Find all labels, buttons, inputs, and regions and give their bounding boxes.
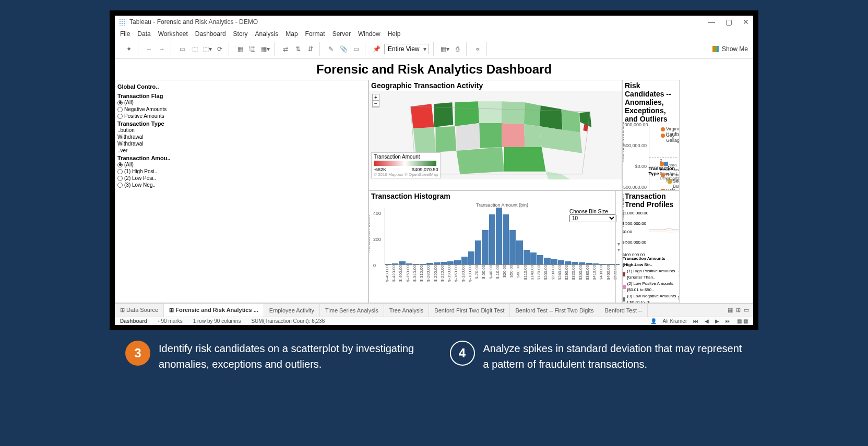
new-sheet-icon[interactable]: ▦: [728, 307, 733, 314]
menu-dashboard[interactable]: Dashboard: [195, 30, 226, 38]
histogram-bar: [544, 258, 550, 264]
histogram-bar: [537, 255, 543, 264]
title-bar: Tableau - Forensic and Risk Analytics - …: [115, 16, 753, 28]
histogram-bar: [413, 264, 419, 264]
menu-data[interactable]: Data: [137, 30, 150, 38]
presentation-icon[interactable]: ▦▾: [440, 44, 449, 54]
forward-icon[interactable]: →: [157, 44, 167, 54]
highlight-icon[interactable]: ✎: [326, 44, 336, 54]
menu-worksheet[interactable]: Worksheet: [158, 30, 188, 38]
menu-window[interactable]: Window: [358, 30, 381, 38]
duplicate-icon[interactable]: ⿻: [248, 44, 257, 54]
tab-tree[interactable]: Tree Analysis: [384, 304, 430, 317]
menu-analysis[interactable]: Analysis: [255, 30, 279, 38]
histogram-bar: [420, 264, 426, 264]
menu-server[interactable]: Server: [332, 30, 351, 38]
scatter-panel: Risk Candidates -- Anomalies, Exceptions…: [622, 80, 680, 190]
menu-story[interactable]: Story: [233, 30, 248, 38]
menu-file[interactable]: File: [120, 30, 130, 38]
close-button[interactable]: ✕: [743, 18, 749, 26]
histogram-bar: [579, 262, 585, 264]
histogram-bar: [565, 261, 571, 264]
clear-icon[interactable]: ▦▾: [260, 44, 270, 54]
histogram-bar: [385, 264, 391, 264]
tab-benford2[interactable]: Benford Test -- First Two Digits: [510, 304, 599, 317]
share-icon[interactable]: ∝: [473, 44, 482, 54]
histogram-bar: [558, 260, 564, 264]
bin-size-select[interactable]: Choose Bin Size 10: [569, 209, 616, 222]
histogram-bar: [592, 263, 599, 264]
group-icon[interactable]: 📎: [339, 44, 348, 54]
histogram-bar: [599, 264, 605, 264]
trend-body[interactable]: Transaction Amou.. Transaction A.. $1,00…: [623, 210, 679, 303]
show-me-icon: [712, 46, 719, 52]
sort-desc-icon[interactable]: ⇵: [306, 44, 315, 54]
new-story-icon[interactable]: ▭: [744, 307, 749, 314]
menu-format[interactable]: Format: [305, 30, 325, 38]
flag-all[interactable]: (All): [117, 99, 366, 106]
toolbar: ✦ ← → ▭ ⬚ ⬚▾ ⟳ ▦ ⿻ ▦▾ ⇄ ⇅ ⇵ ✎ 📎 ▭ 📌 Enti…: [115, 40, 753, 59]
trend-legend: Transaction Amounts (High-Low Str.. (1) …: [623, 256, 678, 303]
histogram-bar: [475, 240, 481, 264]
histogram-bar: [503, 214, 509, 264]
minimize-button[interactable]: —: [708, 18, 715, 26]
callouts: 3 Identify risk candidates on a scatterp…: [0, 330, 868, 377]
labels-icon[interactable]: ▭: [351, 44, 361, 54]
refresh-data-icon[interactable]: ⬚▾: [203, 44, 212, 54]
tab-timeseries[interactable]: Time Series Analysis: [320, 304, 384, 317]
histogram-bar: [607, 264, 613, 264]
amt-all[interactable]: (All): [117, 161, 366, 168]
map-legend: Transaction Amount -682K $409,070.50 © 2…: [371, 152, 441, 178]
new-worksheet-icon[interactable]: ▦: [235, 44, 245, 54]
maximize-button[interactable]: ▢: [726, 18, 732, 26]
histogram-bar: [551, 259, 557, 264]
histogram-bar: [434, 262, 440, 264]
menu-map[interactable]: Map: [286, 30, 298, 38]
tab-benford3[interactable]: Benford Test --: [599, 304, 648, 317]
map-area[interactable]: +− Transaction Amount -682K $409,070.50 …: [369, 91, 622, 179]
pin-icon[interactable]: 📌: [372, 44, 381, 54]
view-mode-select[interactable]: Entire View: [384, 44, 429, 54]
nav-last-icon[interactable]: ⏭: [726, 318, 731, 324]
histogram-bar: [489, 214, 495, 264]
callout-4: 4 Analyze spikes in standard deviation t…: [450, 341, 743, 372]
tab-data-source[interactable]: ⊞ Data Source: [115, 304, 164, 317]
menu-bar: File Data Worksheet Dashboard Story Anal…: [115, 28, 753, 40]
tab-employee[interactable]: Employee Activity: [264, 304, 320, 317]
nav-next-icon[interactable]: ▶: [715, 318, 719, 324]
refresh-icon[interactable]: ⟳: [215, 44, 224, 54]
nav-prev-icon[interactable]: ◀: [705, 318, 709, 324]
panel-handle[interactable]: ▾▾: [615, 191, 622, 303]
histogram-bar: [468, 251, 474, 264]
tab-dashboard[interactable]: ⊞ Forensic and Risk Analytics ...: [164, 304, 264, 317]
new-data-icon[interactable]: ⬚: [190, 44, 199, 54]
sort-asc-icon[interactable]: ⇅: [293, 44, 303, 54]
trend-chart-top: [649, 210, 679, 251]
scatter-body[interactable]: Transaction Amount $1,000,000.00 $500,00…: [623, 124, 679, 190]
swap-icon[interactable]: ⇄: [281, 44, 290, 54]
menu-help[interactable]: Help: [388, 30, 401, 38]
tab-benford1[interactable]: Benford First Two Digit Test: [429, 304, 510, 317]
flag-pos[interactable]: Positive Amounts: [117, 113, 366, 119]
histogram-bar: [454, 260, 460, 264]
dashboard-body: Geographic Transaction Activity: [115, 80, 753, 303]
zoom-icon[interactable]: ▦ ▦: [737, 318, 748, 324]
histogram-body[interactable]: Transaction Count Transaction Amount (bi…: [369, 201, 622, 300]
histogram-bar: [441, 262, 447, 264]
histogram-bar: [406, 263, 412, 264]
tableau-icon[interactable]: ✦: [124, 44, 134, 54]
show-me-button[interactable]: Show Me: [712, 45, 748, 53]
histogram-bar: [392, 263, 398, 264]
map-panel: Geographic Transaction Activity: [368, 80, 622, 190]
back-icon[interactable]: ←: [145, 44, 154, 54]
histogram-bar: [524, 250, 530, 264]
histogram-bar: [509, 230, 516, 264]
flag-neg[interactable]: Negative Amounts: [117, 106, 366, 113]
download-icon[interactable]: ⎙: [453, 44, 462, 54]
new-dashboard-icon[interactable]: ⊞: [736, 307, 741, 314]
save-icon[interactable]: ▭: [177, 44, 187, 54]
nav-first-icon[interactable]: ⏮: [693, 318, 698, 324]
histogram-panel: Transaction Histogram Transaction Count …: [368, 190, 622, 303]
app-window: Tableau - Forensic and Risk Analytics - …: [115, 16, 753, 325]
map-zoom-controls[interactable]: +−: [372, 94, 379, 107]
